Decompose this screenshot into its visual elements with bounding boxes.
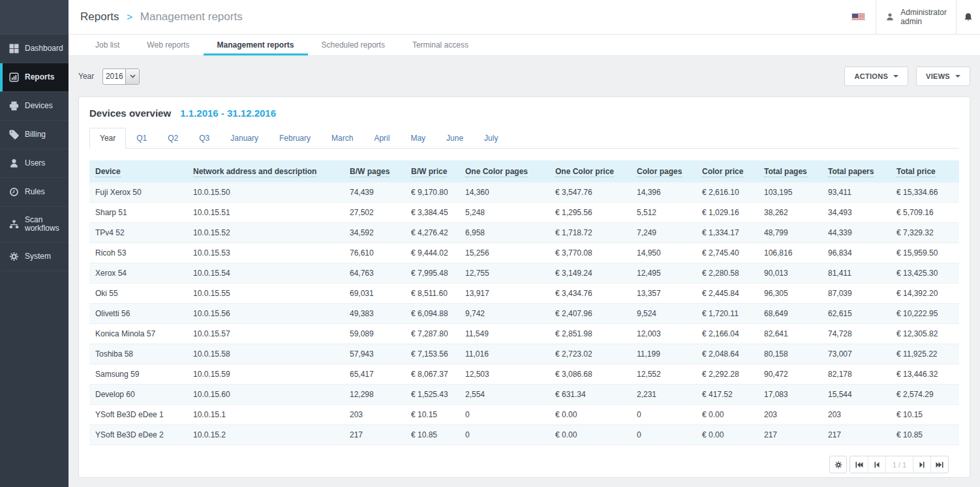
column-header-total-pages[interactable]: Total pages [758,160,822,183]
previous-page-button[interactable] [868,456,885,473]
period-tab-january[interactable]: January [220,128,269,148]
user-icon [9,158,19,168]
next-page-icon [919,462,925,468]
year-select-value: 2016 [103,69,125,84]
cell-one-color-pages: 9,742 [459,304,549,324]
first-page-button[interactable] [850,456,868,473]
page-indicator: 1 / 1 [885,456,913,473]
last-page-icon [936,462,943,468]
cell-total-pages: 96,305 [758,284,822,304]
sidebar-item-users[interactable]: Users [0,149,69,178]
cell-one-color-pages: 12,503 [459,364,549,385]
cell-device: YSoft Be3D eDee 2 [89,425,187,445]
cell-one-color-price: € 2,723.02 [549,344,631,364]
cell-color-price: € 2,292.28 [696,364,758,385]
sidebar-item-dashboard[interactable]: Dashboard [0,35,69,63]
tab-management-reports[interactable]: Management reports [204,35,308,55]
toolbar: ACTIONS VIEWS [844,66,970,86]
cell-device: TPv4 52 [89,223,187,243]
sidebar-item-billing[interactable]: Billing [0,121,69,149]
sidebar-item-devices[interactable]: Devices [0,92,69,121]
cell-total-price: € 12,305.82 [891,324,959,344]
cell-color-pages: 12,552 [631,364,696,385]
period-tab-february[interactable]: February [269,128,321,148]
cell-total-pages: 90,013 [758,263,822,284]
cell-total-pages: 82,641 [758,324,822,344]
column-header-one-color-price[interactable]: One Color price [549,160,631,183]
column-header-one-color-pages[interactable]: One Color pages [459,160,549,183]
cell-one-color-pages: 14,360 [459,183,549,203]
cell-total-price: € 10,222.95 [891,304,959,324]
sidebar-item-system[interactable]: System [0,243,69,271]
pagination: 1 / 1 [89,456,949,473]
tab-job-list[interactable]: Job list [82,35,133,55]
cell-total-pages: 106,816 [758,243,822,263]
column-header-color-price[interactable]: Color price [696,160,758,183]
sidebar-item-reports[interactable]: Reports [0,63,69,92]
clock-icon [9,187,19,197]
cell-one-color-pages: 5,248 [459,203,549,223]
notifications-button[interactable] [957,0,980,34]
cell-network-address: 10.0.15.52 [187,223,344,243]
sidebar-item-scan-workflows[interactable]: Scan workflows [0,207,69,243]
cell-device: Samsung 59 [89,364,187,385]
views-button[interactable]: VIEWS [916,66,970,86]
column-header-device[interactable]: Device [89,160,187,183]
period-tab-june[interactable]: June [436,128,474,148]
column-header-color-pages[interactable]: Color pages [631,160,696,183]
cell-one-color-price: € 0.00 [549,425,631,445]
column-header-bw-pages[interactable]: B/W pages [344,160,405,183]
report-title-row: Devices overview 1.1.2016 - 31.12.2016 [89,108,959,119]
actions-button[interactable]: ACTIONS [844,66,908,86]
table-row: Oki 55 10.0.15.55 69,031 € 8,511.60 13,9… [89,284,959,304]
cell-total-price: € 13,425.30 [891,263,959,284]
column-header-bw-price[interactable]: B/W price [405,160,459,183]
cell-bw-price: € 4,276.42 [405,223,459,243]
tab-terminal-access[interactable]: Terminal access [399,35,482,55]
cell-network-address: 10.0.15.54 [187,263,344,284]
column-header-total-papers[interactable]: Total papers [822,160,891,183]
cell-total-papers: 74,728 [822,324,891,344]
top-bar-right: Administrator admin [851,0,980,34]
tab-scheduled-reports[interactable]: Scheduled reports [308,35,399,55]
period-tab-q2[interactable]: Q2 [157,128,189,148]
period-tab-march[interactable]: March [321,128,363,148]
year-select[interactable]: 2016 [102,68,140,85]
cell-total-pages: 80,158 [758,344,822,364]
table-row: YSoft Be3D eDee 2 10.0.15.2 217 € 10.85 … [89,425,959,445]
cell-bw-pages: 65,417 [344,364,405,385]
column-header-total-price[interactable]: Total price [891,160,959,183]
last-page-button[interactable] [930,456,948,473]
cell-bw-price: € 10.15 [405,405,459,425]
next-page-button[interactable] [913,456,930,473]
cell-device: Xerox 54 [89,263,187,284]
period-tab-july[interactable]: July [474,128,508,148]
tab-web-reports[interactable]: Web reports [133,35,203,55]
us-flag-icon[interactable] [851,13,865,21]
table-row: Ricoh 53 10.0.15.53 76,610 € 9,444.02 15… [89,243,959,263]
sidebar-item-rules[interactable]: Rules [0,178,69,207]
column-header-network-address[interactable]: Network address and description [187,160,344,183]
cell-color-pages: 2,231 [631,385,696,405]
sidebar-item-label: Reports [25,73,54,81]
cell-one-color-price: € 1,295.56 [549,203,631,223]
cell-device: Oki 55 [89,284,187,304]
pager-group: 1 / 1 [850,456,949,473]
table-settings-button[interactable] [829,456,847,473]
breadcrumb-root[interactable]: Reports [80,10,119,23]
cell-one-color-pages: 11,016 [459,344,549,364]
user-username: admin [900,17,947,26]
cell-total-papers: 87,039 [822,284,891,304]
user-menu[interactable]: Administrator admin [876,0,956,34]
cell-device: Olivetti 56 [89,304,187,324]
period-tab-q3[interactable]: Q3 [189,128,220,148]
table-row: YSoft Be3D eDee 1 10.0.15.1 203 € 10.15 … [89,405,959,425]
period-tab-may[interactable]: May [400,128,436,148]
cell-bw-pages: 64,763 [344,263,405,284]
report-title: Devices overview [89,108,171,119]
period-tab-q1[interactable]: Q1 [126,128,157,148]
cell-one-color-price: € 2,407.96 [549,304,631,324]
period-tab-year[interactable]: Year [89,128,126,149]
period-tab-april[interactable]: April [363,128,400,148]
bar-chart-icon [9,72,19,82]
